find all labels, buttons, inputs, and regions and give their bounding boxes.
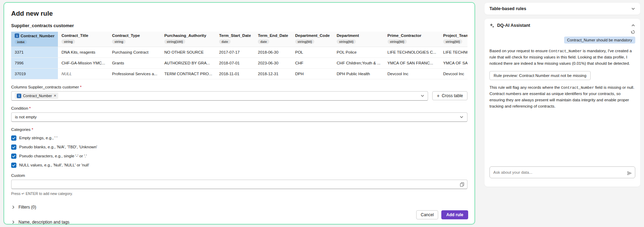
- checkbox[interactable]: [11, 163, 16, 168]
- column-header[interactable]: Purchasing_Authoritystring(100): [161, 32, 216, 47]
- page: Add new rule Supplier_contracts customer…: [0, 0, 644, 227]
- column-type-badge: string: [112, 39, 126, 44]
- table-cell[interactable]: 37019: [11, 68, 58, 79]
- chevron-down-icon: [420, 94, 425, 98]
- assistant-input-container: [489, 166, 635, 178]
- chevron-right-icon: [11, 220, 15, 224]
- assistant-message-1: Based on your request to ensure Contract…: [489, 48, 635, 66]
- category-option[interactable]: Pseudo blanks, e.g., 'N/A', 'TBD', 'Unkn…: [11, 144, 97, 150]
- table-cell[interactable]: POL: [292, 47, 333, 57]
- assistant-toolbar: [489, 30, 635, 34]
- key-badge: 1: [15, 33, 19, 38]
- table-cell[interactable]: Grants: [108, 57, 161, 68]
- column-header[interactable]: 1Contract_Numberint64: [11, 32, 58, 47]
- column-header[interactable]: Contract_Titlestring: [58, 32, 108, 47]
- table-based-rules-header[interactable]: Table-based rules: [485, 3, 640, 15]
- table-cell[interactable]: YMCA OF SAN FRANC...: [440, 57, 467, 68]
- category-label: Pseudo characters, e.g., single '-' or '…: [19, 154, 87, 158]
- dialog-title: Add new rule: [11, 10, 467, 17]
- column-type-badge: int64: [15, 40, 27, 44]
- table-cell[interactable]: TERM CONTRACT PRO...: [161, 68, 216, 79]
- cancel-button[interactable]: Cancel: [416, 210, 438, 219]
- table-cell[interactable]: 2018-12-31: [254, 68, 292, 79]
- assistant-message-2: This rule will flag any records where th…: [489, 85, 635, 109]
- table-cell[interactable]: 2018-07-01: [216, 57, 254, 68]
- table-cell[interactable]: Devcool Inc: [440, 68, 467, 79]
- custom-category-input[interactable]: [11, 180, 467, 189]
- add-rule-button[interactable]: Add rule: [441, 210, 468, 219]
- category-label: Pseudo blanks, e.g., 'N/A', 'TBD', 'Unkn…: [19, 145, 97, 149]
- table-cell[interactable]: 3371: [11, 47, 58, 57]
- assistant-header[interactable]: DQ-AI Assistant: [489, 23, 635, 28]
- chevron-up-icon[interactable]: [631, 23, 635, 28]
- table-cell[interactable]: 7996: [11, 57, 58, 68]
- table-cell[interactable]: NO OTHER SOURCE: [161, 47, 216, 57]
- table-cell[interactable]: DPH: [292, 68, 333, 79]
- columns-label: Columns Supplier_contracts customer: [11, 85, 79, 89]
- column-header[interactable]: Department_Codestring(50): [292, 32, 333, 47]
- table-cell[interactable]: 2018-11-01: [216, 68, 254, 79]
- condition-field-label: Condition*: [11, 106, 467, 110]
- preview-table: 1Contract_Numberint64Contract_Titlestrin…: [11, 32, 467, 79]
- name-description-tags-expander[interactable]: Name, description and tags: [11, 220, 69, 225]
- table-cell[interactable]: DNA Kits, reagents: [58, 47, 108, 57]
- column-header[interactable]: Contract_Typestring: [108, 32, 161, 47]
- rule-preview-button[interactable]: Rule preview: Contract Number must not b…: [489, 71, 591, 80]
- column-header[interactable]: Departmentstring(50): [333, 32, 384, 47]
- category-option[interactable]: Empty strings, e.g., ' ': [11, 135, 57, 141]
- dialog-footer: Cancel Add rule: [416, 210, 468, 219]
- table-cell[interactable]: CHF Children;Youth & ...: [333, 57, 384, 68]
- column-header[interactable]: Project_Team_Supplierstring(50): [440, 32, 467, 47]
- checkbox[interactable]: [11, 144, 16, 150]
- column-name: Prime_Contractor: [388, 33, 421, 38]
- column-header[interactable]: Term_End_Datedate: [254, 32, 292, 47]
- table-cell[interactable]: NULL: [58, 68, 108, 79]
- copy-icon[interactable]: [460, 182, 464, 187]
- table-cell[interactable]: 2017-07-17: [216, 47, 254, 57]
- dq-ai-assistant-panel: DQ-AI Assistant Contract_Numer should be…: [485, 19, 640, 187]
- filters-expander[interactable]: Filters (0): [11, 205, 36, 210]
- column-name: Department: [337, 33, 359, 38]
- category-option[interactable]: Pseudo characters, e.g., single '-' or '…: [11, 154, 87, 159]
- table-cell[interactable]: YMCA OF SAN FRANC...: [384, 57, 440, 68]
- send-icon[interactable]: [627, 171, 632, 176]
- table-cell[interactable]: DPH Public Health: [333, 68, 384, 79]
- columns-field-label: Columns Supplier_contracts customer*: [11, 85, 467, 89]
- table-cell[interactable]: Purchasing Contract: [108, 47, 161, 57]
- category-label: NULL values, e.g., 'Null', 'NULL' or 'nu…: [19, 163, 89, 167]
- columns-row: 1 Contract_Number ✕ + Cross table: [11, 91, 467, 101]
- table-cell[interactable]: AUTHORIZED BY GRA...: [161, 57, 216, 68]
- checkbox[interactable]: [11, 135, 16, 141]
- selected-column-chip[interactable]: 1 Contract_Number ✕: [15, 93, 58, 99]
- table-cell[interactable]: 2023-06-30: [254, 57, 292, 68]
- table-cell[interactable]: Devcool Inc: [384, 68, 440, 79]
- table-cell[interactable]: CHF-GA-Mission YMC...: [58, 57, 108, 68]
- column-type-badge: string: [61, 39, 75, 44]
- undo-icon[interactable]: [630, 30, 635, 34]
- column-type-badge: string(50): [443, 39, 462, 44]
- plus-icon: +: [437, 93, 440, 98]
- table-row: 7996CHF-GA-Mission YMC...GrantsAUTHORIZE…: [11, 57, 467, 68]
- columns-combobox[interactable]: 1 Contract_Number ✕: [11, 91, 428, 101]
- checkbox[interactable]: [11, 154, 16, 159]
- table-cell[interactable]: CHF: [292, 57, 333, 68]
- table-cell[interactable]: POL Police: [333, 47, 384, 57]
- condition-select[interactable]: is not empty: [11, 112, 467, 122]
- inline-code: Contract_Number: [561, 86, 594, 90]
- table-row: 37019NULLProfessional Services a...TERM …: [11, 68, 467, 79]
- required-mark: *: [29, 106, 31, 110]
- cross-table-button[interactable]: + Cross table: [432, 91, 467, 100]
- custom-hint: Press ↵ ENTER to add new category.: [11, 191, 467, 196]
- table-cell[interactable]: LIFE TECHNOLOGIES C...: [440, 47, 467, 57]
- category-option[interactable]: NULL values, e.g., 'Null', 'NULL' or 'nu…: [11, 163, 89, 168]
- remove-column-icon[interactable]: ✕: [54, 94, 57, 97]
- categories-label: Categories: [11, 127, 31, 132]
- table-cell[interactable]: Professional Services a...: [108, 68, 161, 79]
- column-header[interactable]: Term_Start_Datedate: [216, 32, 254, 47]
- column-header[interactable]: Prime_Contractorstring(50): [384, 32, 440, 47]
- assistant-input[interactable]: [490, 167, 635, 178]
- categories-field-label: Categories*: [11, 127, 467, 132]
- table-cell[interactable]: 2018-06-30: [254, 47, 292, 57]
- required-mark: *: [80, 85, 81, 89]
- table-cell[interactable]: LIFE TECHNOLOGIES C...: [384, 47, 440, 57]
